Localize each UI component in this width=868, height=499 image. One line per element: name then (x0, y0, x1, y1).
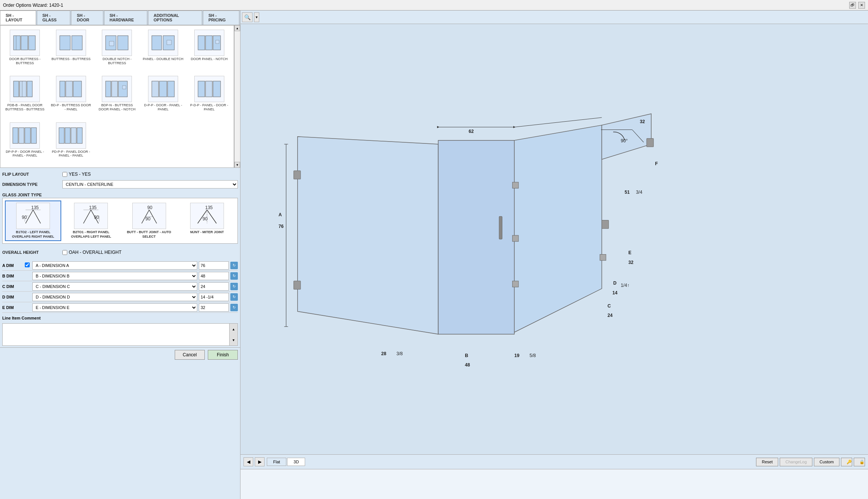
dim-row-c: C DIM C - DIMENSION C ↻ (2, 281, 238, 292)
layout-item-label: PDB-B - PANEL DOOR BUTTRESS - BUTTRESS (5, 103, 45, 112)
dimension-type-select[interactable]: CENTLIN - CENTERLINE GLASS - GLASS OPENI… (62, 180, 238, 188)
dim-e-refresh-button[interactable]: ↻ (230, 304, 238, 311)
layout-item-pdb-b[interactable]: PDB-B - PANEL DOOR BUTTRESS - BUTTRESS (3, 74, 47, 119)
tab-additional-options[interactable]: ADDITIONAL OPTIONS (148, 11, 202, 25)
svg-text:24: 24 (608, 313, 613, 318)
flip-layout-control: YES - YES (62, 172, 238, 177)
log-area (240, 469, 868, 499)
svg-rect-33 (13, 128, 18, 143)
flip-layout-row: FLIP LAYOUT YES - YES (2, 169, 238, 179)
layout-item-d-p-p[interactable]: D-P-P - DOOR - PANEL - PANEL (141, 74, 186, 119)
nav-forward-button[interactable]: ▶ (255, 457, 265, 466)
dim-d-value[interactable] (199, 293, 229, 301)
joint-item-butt[interactable]: 90 90 BUTT - BUTT JOINT - AUTO SELECT (121, 201, 177, 241)
layout-item-double-notch-buttress[interactable]: DOUBLE NOTCH - BUTTRESS (95, 28, 139, 72)
tab-sh-layout[interactable]: SH - LAYOUT (0, 11, 36, 25)
dim-a-value[interactable] (199, 261, 229, 270)
joint-item-b2to1[interactable]: 135 90 B2TO1 - RIGHT PANEL OVERLAPS LEFT… (63, 201, 119, 241)
dropdown-button[interactable]: ▼ (254, 12, 259, 22)
layout-item-buttress-buttress[interactable]: BUTTRESS - BUTTRESS (49, 28, 94, 72)
svg-rect-75 (513, 235, 519, 241)
svg-text:90: 90 (145, 216, 151, 222)
custom-button[interactable]: Custom (814, 458, 839, 466)
joint-icon-mjnt: 135 90 (190, 203, 224, 229)
title-text: Order Options Wizard: 1420-1 (3, 3, 63, 8)
nav-buttons: ◀ ▶ (243, 457, 265, 466)
dim-b-refresh-button[interactable]: ↻ (230, 272, 238, 280)
layout-item-bdp-n[interactable]: BDP-N - BUTTRESS DOOR PANEL - NOTCH (95, 74, 139, 119)
dim-row-e: E DIM E - DIMENSION E ↻ (2, 302, 238, 313)
dim-b-label: B DIM (2, 274, 25, 278)
overall-height-checkbox[interactable] (62, 250, 67, 255)
layout-item-label: BDP-N - BUTTRESS DOOR PANEL - NOTCH (97, 103, 138, 112)
scroll-down-button[interactable]: ▼ (234, 162, 240, 168)
tab-sh-door[interactable]: SH - DOOR (71, 11, 103, 25)
layout-item-label: PANEL - DOUBLE NOTCH (143, 57, 183, 61)
tab-sh-pricing[interactable]: SH - PRICING (203, 11, 239, 25)
svg-line-62 (207, 210, 216, 223)
layout-item-dp-p-p[interactable]: DP-P-P - DOOR PANEL - PANEL - PANEL (3, 121, 47, 165)
dim-c-select[interactable]: C - DIMENSION C (32, 282, 197, 291)
layout-item-label: BUTTRESS - BUTTRESS (51, 57, 91, 61)
dim-a-refresh-button[interactable]: ↻ (230, 262, 238, 269)
dim-d-select[interactable]: D - DIMENSION D (32, 293, 197, 301)
layout-item-pd-p-p[interactable]: PD-P-P - PANEL DOOR - PANEL - PANEL (49, 121, 94, 165)
joint-label-b1to2: B1TO2 - LEFT PANEL OVERLAPS RIGHT PANEL (7, 230, 59, 239)
dim-e-value[interactable] (199, 303, 229, 312)
dim-a-checkbox[interactable] (25, 262, 30, 267)
tab-3d[interactable]: 3D (287, 458, 305, 466)
joint-item-mjnt[interactable]: 135 90 MJNT - MITER JOINT (179, 201, 235, 241)
tab-sh-hardware[interactable]: SH - HARDWARE (104, 11, 147, 25)
comment-scroll-down-button[interactable]: ▼ (230, 335, 237, 345)
svg-rect-39 (71, 128, 76, 143)
change-log-button[interactable]: ChangeLog (780, 458, 812, 466)
svg-rect-5 (72, 36, 82, 50)
layout-item-door-panel-notch[interactable]: DOOR PANEL - NOTCH (187, 28, 231, 72)
dim-c-refresh-button[interactable]: ↻ (230, 283, 238, 290)
dim-a-select[interactable]: A - DIMENSION A (32, 261, 197, 270)
nav-back-button[interactable]: ◀ (243, 457, 253, 466)
comment-scroll-up-button[interactable]: ▲ (230, 324, 237, 335)
finish-button[interactable]: Finish (208, 350, 238, 360)
dim-e-select[interactable]: E - DIMENSION E (32, 303, 197, 312)
diagram-area: A 76 B 48 28 3/8 19 5/8 62 32 90° 51 (240, 24, 868, 454)
tab-flat[interactable]: Flat (267, 458, 286, 466)
reset-button[interactable]: Reset (756, 458, 778, 466)
layout-scroll[interactable]: DOOR BUTTRESS - BUTTRESS BUTTRESS - BUTT… (0, 25, 234, 168)
joint-item-b1to2[interactable]: 135 90 B1TO2 - LEFT PANEL OVERLAPS RIGHT… (5, 201, 61, 241)
comment-textarea[interactable] (2, 323, 230, 346)
svg-rect-76 (513, 281, 519, 287)
tab-sh-glass[interactable]: SH - GLASS (37, 11, 71, 25)
svg-rect-24 (112, 81, 118, 97)
layout-item-label: DOOR BUTTRESS - BUTTRESS (5, 57, 45, 65)
svg-rect-18 (27, 81, 32, 97)
comment-buttons: ▲ ▼ (230, 323, 238, 346)
dim-b-select[interactable]: B - DIMENSION B (32, 272, 197, 280)
lock-button[interactable]: 🔒 (854, 458, 865, 466)
layout-scrollbar[interactable]: ▲ ▼ (234, 25, 240, 168)
zoom-search-button[interactable]: 🔍 (242, 12, 253, 22)
tab-bar: SH - LAYOUT SH - GLASS SH - DOOR SH - HA… (0, 11, 240, 25)
svg-rect-2 (29, 36, 35, 50)
layout-item-door-buttress-buttress[interactable]: DOOR BUTTRESS - BUTTRESS (3, 28, 47, 72)
layout-item-panel-double-notch[interactable]: PANEL - DOUBLE NOTCH (141, 28, 186, 72)
cancel-button[interactable]: Cancel (175, 350, 205, 360)
svg-rect-34 (19, 128, 24, 143)
close-button[interactable]: ✕ (858, 2, 865, 9)
svg-text:19: 19 (514, 353, 520, 358)
scroll-up-button[interactable]: ▲ (234, 25, 240, 31)
dim-c-value[interactable] (199, 282, 229, 291)
layout-item-label: DP-P-P - DOOR PANEL - PANEL - PANEL (5, 150, 45, 158)
restore-button[interactable]: 🗗 (849, 2, 856, 9)
key-button[interactable]: 🔑 (841, 458, 852, 466)
dim-b-value[interactable] (199, 272, 229, 280)
layout-item-p-d-p[interactable]: P-D-P - PANEL - DOOR - PANEL (187, 74, 231, 119)
dim-d-refresh-button[interactable]: ↻ (230, 293, 238, 301)
svg-text:5/8: 5/8 (529, 353, 536, 358)
svg-rect-37 (59, 128, 64, 143)
svg-text:90: 90 (22, 215, 27, 220)
layout-item-bd-p[interactable]: BD-P - BUTTRESS DOOR - PANEL (49, 74, 94, 119)
flip-layout-checkbox[interactable] (62, 172, 67, 177)
layout-panel-area: DOOR BUTTRESS - BUTTRESS BUTTRESS - BUTT… (0, 25, 240, 168)
svg-rect-28 (159, 81, 167, 97)
